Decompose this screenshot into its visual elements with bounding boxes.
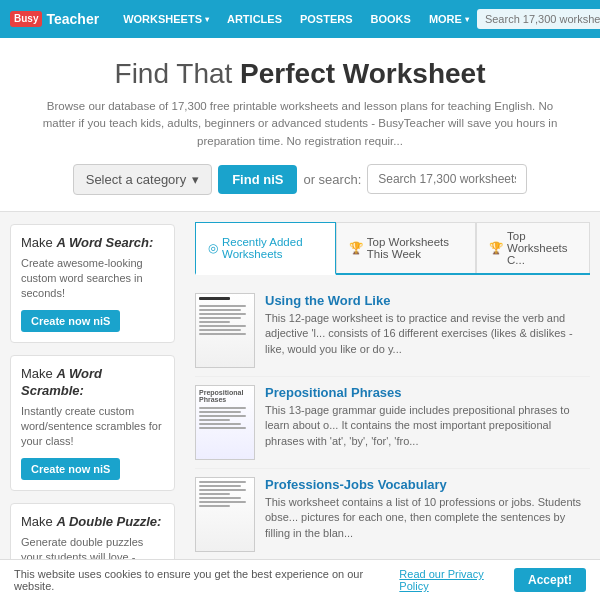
card-title: Make A Double Puzzle: <box>21 514 164 531</box>
logo[interactable]: Busy Teacher <box>10 11 99 27</box>
worksheet-info: Professions-Jobs Vocabulary This workshe… <box>265 477 590 552</box>
word-search-card: Make A Word Search: Create awesome-looki… <box>10 224 175 343</box>
worksheet-item: Professions-Jobs Vocabulary This workshe… <box>195 469 590 561</box>
hero-section: Find That Perfect Worksheet Browse our d… <box>0 38 600 212</box>
worksheet-description: This worksheet contains a list of 10 pro… <box>265 495 590 541</box>
tab-top-this-week[interactable]: 🏆 Top Worksheets This Week <box>336 222 476 273</box>
card-title: Make A Word Search: <box>21 235 164 252</box>
worksheet-title[interactable]: Prepositional Phrases <box>265 385 590 400</box>
hero-title: Find That Perfect Worksheet <box>30 58 570 90</box>
circle-icon: ◎ <box>208 241 218 255</box>
find-button[interactable]: Find niS <box>218 165 297 194</box>
worksheet-info: Using the Word Like This 12-page workshe… <box>265 293 590 368</box>
worksheet-title[interactable]: Using the Word Like <box>265 293 590 308</box>
logo-text: Teacher <box>46 11 99 27</box>
tab-recently-added[interactable]: ◎ Recently Added Worksheets <box>195 222 336 275</box>
cookie-bar: This website uses cookies to ensure you … <box>0 559 600 600</box>
accept-cookies-button[interactable]: Accept! <box>514 568 586 592</box>
card-description: Create awesome-looking custom word searc… <box>21 256 164 302</box>
card-description: Instantly create custom word/sentence sc… <box>21 404 164 450</box>
worksheet-item: Prepositional Phrases Prepositional Phra… <box>195 377 590 469</box>
nav-books[interactable]: BOOKS <box>363 7 419 31</box>
create-word-scramble-button[interactable]: Create now niS <box>21 458 120 480</box>
chevron-down-icon: ▾ <box>205 15 209 24</box>
trophy-icon: 🏆 <box>489 241 503 255</box>
category-dropdown[interactable]: Select a category ▾ <box>73 164 212 195</box>
worksheet-title[interactable]: Professions-Jobs Vocabulary <box>265 477 590 492</box>
or-label: or search: <box>303 172 361 187</box>
worksheet-thumbnail <box>195 477 255 552</box>
tab-top-all-time[interactable]: 🏆 Top Worksheets C... <box>476 222 590 273</box>
create-word-search-button[interactable]: Create now niS <box>21 310 120 332</box>
search-bar: Select a category ▾ Find niS or search: <box>30 164 570 195</box>
privacy-policy-link[interactable]: Read our Privacy Policy <box>399 568 514 592</box>
worksheet-thumbnail: Prepositional Phrases <box>195 385 255 460</box>
content-area: ◎ Recently Added Worksheets 🏆 Top Worksh… <box>185 212 600 600</box>
worksheet-thumbnail <box>195 293 255 368</box>
word-scramble-card: Make A Word Scramble: Instantly create c… <box>10 355 175 491</box>
nav-more[interactable]: MORE ▾ <box>421 7 477 31</box>
nav-search-input[interactable] <box>477 9 600 29</box>
chevron-down-icon: ▾ <box>465 15 469 24</box>
worksheet-tabs: ◎ Recently Added Worksheets 🏆 Top Worksh… <box>195 222 590 275</box>
cookie-text: This website uses cookies to ensure you … <box>14 568 399 592</box>
trophy-icon: 🏆 <box>349 241 363 255</box>
worksheet-list: Using the Word Like This 12-page workshe… <box>195 285 590 600</box>
logo-icon: Busy <box>10 11 42 27</box>
hero-search-input[interactable] <box>367 164 527 194</box>
card-title: Make A Word Scramble: <box>21 366 164 400</box>
nav-articles[interactable]: ARTICLES <box>219 7 290 31</box>
chevron-down-icon: ▾ <box>192 172 199 187</box>
worksheet-description: This 12-page worksheet is to practice an… <box>265 311 590 357</box>
nav-worksheets[interactable]: WORKSHEETS ▾ <box>115 7 217 31</box>
nav-items: WORKSHEETS ▾ ARTICLES POSTERS BOOKS MORE… <box>115 7 477 31</box>
worksheet-info: Prepositional Phrases This 13-page gramm… <box>265 385 590 460</box>
top-navigation: Busy Teacher WORKSHEETS ▾ ARTICLES POSTE… <box>0 0 600 38</box>
hero-description: Browse our database of 17,300 free print… <box>30 98 570 150</box>
nav-posters[interactable]: POSTERS <box>292 7 361 31</box>
main-content: Make A Word Search: Create awesome-looki… <box>0 212 600 600</box>
worksheet-item: Using the Word Like This 12-page workshe… <box>195 285 590 377</box>
worksheet-description: This 13-page grammar guide includes prep… <box>265 403 590 449</box>
sidebar: Make A Word Search: Create awesome-looki… <box>0 212 185 600</box>
